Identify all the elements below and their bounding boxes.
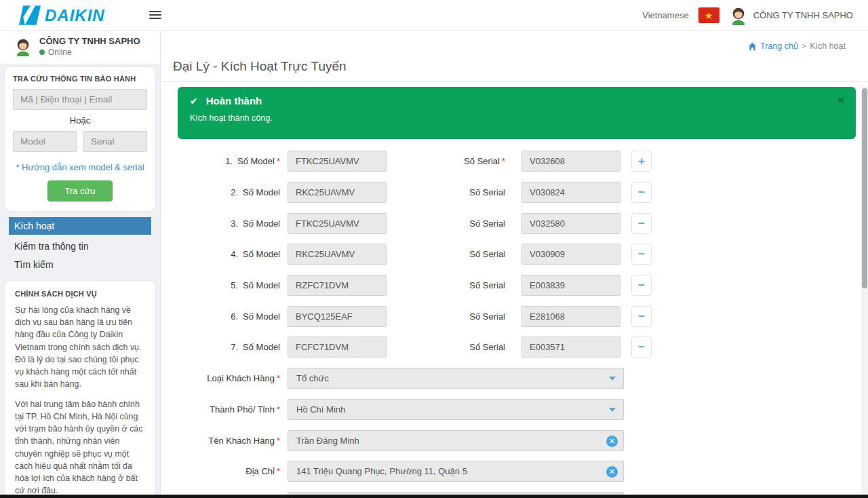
alert-title: Hoàn thành (206, 95, 262, 107)
model-label: 4.Số Model (161, 249, 280, 259)
online-dot-icon (39, 50, 45, 55)
customer-name-label: Tên Khách Hàng* (161, 436, 280, 446)
remove-row-button[interactable]: − (631, 275, 652, 296)
search-panel-title: TRA CỨU THÔNG TIN BẢO HÀNH (13, 75, 147, 83)
model-label: 7.Số Model (161, 342, 280, 352)
sidebar-menu: Kích hoạt Kiểm tra thông tin Tìm kiếm (0, 217, 160, 273)
model-input[interactable] (288, 275, 387, 296)
sidebar: CÔNG TY TNHH SAPHO Online TRA CỨU THÔNG … (0, 31, 161, 498)
serial-input[interactable] (521, 306, 620, 327)
serial-label: Số Serial (387, 249, 505, 259)
serial-label: Số Serial (387, 342, 505, 352)
chevron-down-icon (609, 377, 616, 381)
topbar-right: Vietnamese ★ CÔNG TY TNHH SAPHO (642, 0, 853, 31)
serial-label: Số Serial (387, 218, 505, 229)
add-row-button[interactable]: + (631, 151, 652, 172)
clear-field-icon[interactable]: ✕ (606, 436, 618, 447)
page-title: Đại Lý - Kích Hoạt Trực Tuyến (173, 59, 347, 74)
or-label: Hoặc (13, 115, 147, 126)
sidebar-avatar-icon (14, 37, 33, 56)
sidebar-item-tim-kiem[interactable]: Tìm kiếm (9, 256, 151, 273)
clear-field-icon[interactable]: ✕ (606, 466, 618, 478)
product-row: 6.Số Model Số Serial − (161, 301, 868, 332)
model-input[interactable] (288, 213, 387, 234)
home-icon (748, 42, 757, 51)
serial-input[interactable] (521, 182, 620, 203)
remove-row-button[interactable]: − (631, 213, 652, 234)
model-search-input[interactable] (13, 131, 77, 152)
check-icon: ✔ (190, 96, 198, 107)
vietnam-flag-icon[interactable]: ★ (698, 7, 719, 23)
product-row: 4.Số Model Số Serial − (161, 239, 868, 270)
service-policy-panel: CHÍNH SÁCH DỊCH VỤ Sự hài lòng của khách… (4, 280, 156, 498)
alert-message: Kích hoạt thành công. (190, 113, 844, 123)
model-input[interactable] (288, 182, 387, 203)
search-button[interactable]: Tra cứu (47, 180, 112, 202)
model-label: 5.Số Model (161, 280, 280, 290)
sidebar-item-kich-hoat[interactable]: Kích hoạt (9, 217, 151, 235)
city-select[interactable]: Hồ Chí Minh (288, 399, 624, 420)
serial-label: Số Serial (387, 187, 505, 197)
code-phone-email-input[interactable] (13, 89, 147, 110)
online-status: Online (39, 47, 140, 57)
required-marker: * (277, 156, 280, 166)
model-label: 2.Số Model (161, 187, 280, 197)
model-input[interactable] (288, 151, 387, 172)
hamburger-icon[interactable] (149, 9, 161, 21)
serial-label: Số Serial (387, 280, 505, 290)
remove-row-button[interactable]: − (631, 244, 652, 265)
policy-paragraph-1: Sự hài lòng của khách hàng về dịch vụ sa… (15, 304, 145, 391)
field-row: Thành Phố/ Tỉnh* Hồ Chí Minh (161, 394, 868, 425)
model-input[interactable] (288, 244, 387, 265)
product-row: 2.Số Model Số Serial − (161, 177, 868, 208)
chevron-down-icon (609, 408, 616, 412)
remove-row-button[interactable]: − (631, 182, 652, 203)
customer-type-select[interactable]: Tổ chức (288, 368, 624, 389)
model-label: 6.Số Model (161, 311, 280, 322)
serial-input[interactable] (521, 213, 620, 234)
daikin-logo[interactable]: DAIKIN (19, 5, 105, 25)
sidebar-item-kiem-tra-thong-tin[interactable]: Kiểm tra thông tin (9, 237, 151, 255)
bottom-edge (0, 495, 868, 498)
required-marker: * (277, 466, 280, 476)
address-input[interactable]: 141 Triệu Quang Phục, Phường 11, Quận 5 … (288, 461, 624, 482)
alert-close-icon[interactable]: ✖ (837, 95, 845, 106)
city-label: Thành Phố/ Tỉnh* (161, 404, 280, 415)
sidebar-user-name: CÔNG TY TNHH SAPHO (39, 36, 140, 46)
policy-title: CHÍNH SÁCH DỊCH VỤ (15, 290, 145, 298)
sidebar-user-card: CÔNG TY TNHH SAPHO Online (0, 31, 160, 64)
serial-label: Số Serial* (387, 156, 505, 166)
model-label: 3.Số Model (161, 218, 280, 229)
main-content: Trang chủ > Kích hoạt Đại Lý - Kích Hoạt… (161, 31, 868, 498)
required-marker: * (277, 373, 280, 383)
breadcrumb-current: Kích hoạt (810, 41, 846, 51)
field-row: Tên Khách Hàng* Trần Đăng Minh ✕ (161, 425, 868, 456)
serial-input[interactable] (521, 151, 620, 172)
vertical-scrollbar-thumb[interactable] (862, 88, 867, 288)
product-row: 7.Số Model Số Serial − (161, 332, 868, 363)
breadcrumb-home-link[interactable]: Trang chủ (760, 41, 798, 51)
required-marker: * (277, 404, 280, 415)
serial-search-input[interactable] (83, 131, 147, 152)
language-label[interactable]: Vietnamese (642, 10, 688, 20)
user-menu[interactable]: CÔNG TY TNHH SAPHO (729, 6, 853, 25)
model-input[interactable] (288, 337, 387, 358)
customer-type-label: Loại Khách Hàng* (161, 373, 280, 383)
policy-paragraph-2: Với hai trung tâm bảo hành chính tại TP.… (15, 398, 145, 497)
product-row: 1.Số Model* Số Serial* + (161, 146, 868, 177)
warranty-search-panel: TRA CỨU THÔNG TIN BẢO HÀNH Hoặc * Hướng … (4, 66, 156, 212)
required-marker: * (277, 436, 280, 446)
activation-form: 1.Số Model* Số Serial* + 2.Số Model Số S… (161, 146, 868, 498)
serial-input[interactable] (521, 244, 620, 265)
top-bar: DAIKIN Vietnamese ★ CÔNG TY TNHH SAPHO (0, 0, 868, 31)
remove-row-button[interactable]: − (631, 306, 652, 327)
title-divider (161, 81, 868, 82)
model-input[interactable] (288, 306, 387, 327)
serial-input[interactable] (521, 337, 620, 358)
customer-name-input[interactable]: Trần Đăng Minh ✕ (288, 430, 624, 451)
serial-label: Số Serial (387, 311, 505, 322)
topbar-user-name: CÔNG TY TNHH SAPHO (753, 10, 853, 20)
model-serial-guide-link[interactable]: * Hướng dẫn xem model & serial (13, 162, 147, 172)
serial-input[interactable] (521, 275, 620, 296)
remove-row-button[interactable]: − (631, 337, 652, 358)
